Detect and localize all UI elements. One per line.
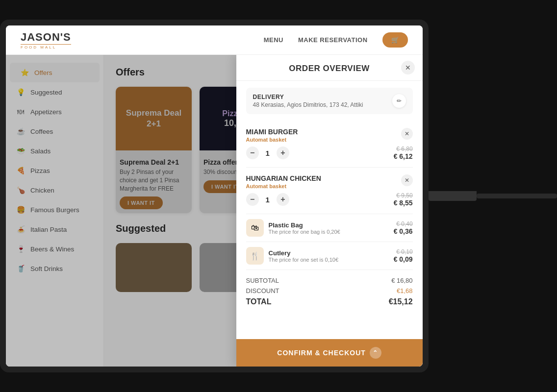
checkout-chevron-icon: ⌃ — [370, 347, 381, 359]
qty-increase-miami[interactable]: + — [277, 147, 289, 159]
grand-total-row: TOTAL €15,12 — [246, 297, 413, 306]
order-panel-title: ORDER OVERVIEW — [289, 64, 369, 74]
cutlery-info: Cutlery The price for one set is 0,10€ — [269, 249, 389, 263]
order-item-remove-hungarian[interactable]: ✕ — [401, 174, 413, 186]
plastic-bag-name: Plastic Bag — [269, 221, 389, 229]
order-panel: ORDER OVERVIEW ✕ DELIVERY 48 Kerasias, A… — [236, 55, 423, 367]
plastic-bag-price-new: € 0,36 — [394, 227, 413, 235]
monitor-base — [477, 194, 557, 198]
cutlery-price: € 0,10 € 0,09 — [394, 248, 413, 263]
order-item-price-miami: € 6,80 € 6,12 — [394, 146, 413, 160]
qty-decrease-hungarian[interactable]: − — [246, 193, 259, 206]
delivery-edit-button[interactable]: ✏ — [392, 94, 406, 108]
delivery-row: DELIVERY 48 Kerasias, Agios Dimitrios, 1… — [246, 88, 413, 114]
delivery-address: 48 Kerasias, Agios Dimitrios, 173 42, At… — [253, 101, 363, 108]
qty-value-hungarian: 1 — [266, 196, 270, 204]
order-item-remove-miami[interactable]: ✕ — [401, 128, 413, 140]
order-item-name-hungarian: HUNGARIAN CHICKEN — [246, 174, 321, 182]
delivery-label: DELIVERY — [253, 94, 363, 100]
plastic-bag-price-old: € 0,40 — [394, 220, 413, 227]
plastic-bag-desc: The price for one bag is 0,20€ — [269, 229, 389, 235]
order-item-miami-burger: MIAMI BURGER Automat basket ✕ − 1 + — [246, 121, 413, 168]
order-item-hungarian: HUNGARIAN CHICKEN Automat basket ✕ − 1 + — [246, 168, 413, 214]
logo-sub: FOOD MALL — [21, 44, 71, 49]
main-area: ⭐ Offers 💡 Suggested 🍽 Appetizers ☕ Coff… — [6, 55, 423, 367]
cart-button[interactable]: 🛒 — [382, 32, 408, 48]
qty-increase-hungarian[interactable]: + — [277, 193, 289, 206]
price-new-hungarian: € 8,55 — [394, 199, 413, 207]
logo: JASON'S FOOD MALL — [21, 31, 71, 49]
plastic-bag-info: Plastic Bag The price for one bag is 0,2… — [269, 221, 389, 235]
order-panel-body: DELIVERY 48 Kerasias, Agios Dimitrios, 1… — [236, 81, 423, 339]
order-close-button[interactable]: ✕ — [401, 61, 415, 74]
screen: JASON'S FOOD MALL MENU MAKE RESERVATION … — [6, 25, 423, 367]
discount-label: DISCOUNT — [246, 287, 279, 294]
order-item-badge-hungarian: Automat basket — [246, 183, 321, 189]
checkout-btn-label: CONFIRM & CHECKOUT — [277, 349, 366, 357]
discount-value: €1,68 — [397, 287, 413, 294]
header: JASON'S FOOD MALL MENU MAKE RESERVATION … — [6, 25, 423, 55]
cutlery-name: Cutlery — [269, 249, 389, 257]
order-item-price-hungarian: € 9,50 € 8,55 — [394, 192, 413, 207]
checkout-button[interactable]: CONFIRM & CHECKOUT ⌃ — [236, 339, 423, 367]
subtotal-label: SUBTOTAL — [246, 277, 279, 284]
order-item-header-hungarian: HUNGARIAN CHICKEN Automat basket ✕ — [246, 174, 413, 189]
extra-cutlery: 🍴 Cutlery The price for one set is 0,10€… — [246, 242, 413, 270]
cutlery-icon: 🍴 — [246, 247, 264, 265]
monitor: JASON'S FOOD MALL MENU MAKE RESERVATION … — [0, 20, 429, 372]
plastic-bag-price: € 0,40 € 0,36 — [394, 220, 413, 235]
totals-section: SUBTOTAL € 16,80 DISCOUNT €1,68 TOTAL €1… — [246, 270, 413, 314]
price-old-miami: € 6,80 — [394, 146, 413, 152]
discount-row: DISCOUNT €1,68 — [246, 287, 413, 294]
extra-plastic-bag: 🛍 Plastic Bag The price for one bag is 0… — [246, 214, 413, 242]
nav-links: MENU MAKE RESERVATION 🛒 — [264, 32, 408, 48]
order-item-header-miami: MIAMI BURGER Automat basket ✕ — [246, 128, 413, 143]
order-item-badge-miami: Automat basket — [246, 137, 298, 143]
grand-total-value: €15,12 — [389, 297, 413, 306]
cutlery-price-new: € 0,09 — [394, 255, 413, 263]
delivery-info: DELIVERY 48 Kerasias, Agios Dimitrios, 1… — [253, 94, 363, 108]
order-item-meta-miami: MIAMI BURGER Automat basket — [246, 128, 298, 143]
subtotal-value: € 16,80 — [391, 277, 412, 284]
qty-value-miami: 1 — [266, 149, 270, 157]
cutlery-price-old: € 0,10 — [394, 248, 413, 255]
order-item-name-miami: MIAMI BURGER — [246, 128, 298, 136]
price-old-hungarian: € 9,50 — [394, 192, 413, 199]
order-item-footer-hungarian: − 1 + € 9,50 € 8,55 — [246, 192, 413, 207]
nav-menu[interactable]: MENU — [264, 36, 283, 44]
order-item-qty-miami: − 1 + — [246, 147, 289, 159]
order-item-footer-miami: − 1 + € 6,80 € 6,12 — [246, 146, 413, 160]
plastic-bag-icon: 🛍 — [246, 219, 264, 237]
cutlery-desc: The price for one set is 0,10€ — [269, 257, 389, 263]
order-item-qty-hungarian: − 1 + — [246, 193, 289, 206]
grand-total-label: TOTAL — [246, 297, 272, 306]
nav-reservation[interactable]: MAKE RESERVATION — [298, 36, 368, 44]
price-new-miami: € 6,12 — [394, 152, 413, 160]
monitor-stand — [429, 191, 477, 201]
order-panel-header: ORDER OVERVIEW ✕ — [236, 55, 423, 81]
logo-main: JASON'S — [21, 31, 71, 44]
subtotal-row: SUBTOTAL € 16,80 — [246, 277, 413, 284]
order-item-meta-hungarian: HUNGARIAN CHICKEN Automat basket — [246, 174, 321, 189]
qty-decrease-miami[interactable]: − — [246, 147, 259, 159]
